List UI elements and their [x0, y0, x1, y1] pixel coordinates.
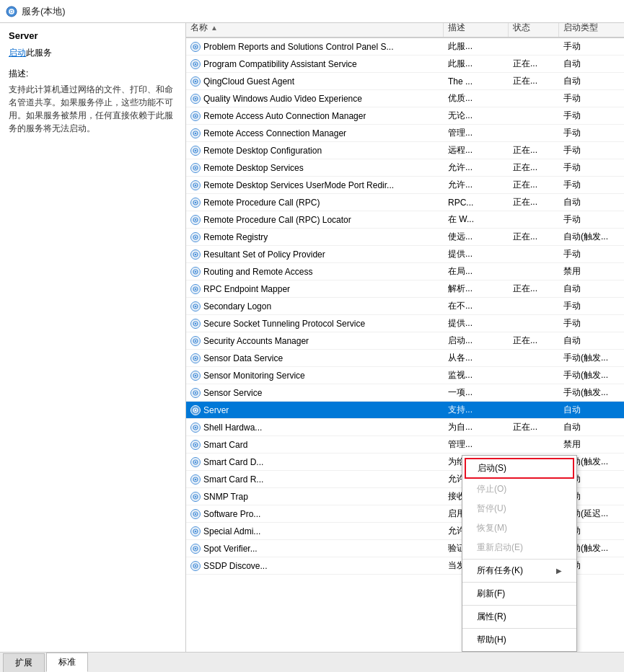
context-menu-item[interactable]: 属性(R): [462, 607, 576, 627]
table-row[interactable]: Remote Procedure Call (RPC) Locator在 W..…: [186, 211, 624, 229]
table-row[interactable]: Smart Card管理...禁用: [186, 436, 624, 454]
service-name-label: Remote Registry: [203, 232, 268, 242]
service-status-cell: [509, 305, 559, 308]
service-name-label: Smart Card D...: [203, 457, 263, 467]
table-row[interactable]: Sensor Data Service从各...手动(触发...: [186, 350, 624, 367]
col-header-startup[interactable]: 启动类型: [559, 23, 624, 37]
service-name-cell: RPC Endpoint Mapper: [186, 283, 444, 296]
service-name-cell: SSDP Discove...: [186, 560, 444, 572]
table-row[interactable]: Secure Socket Tunneling Protocol Service…: [186, 315, 624, 332]
service-name-label: Secure Socket Tunneling Protocol Service: [203, 319, 365, 329]
service-desc-cell: 为自...: [444, 420, 509, 435]
service-name-label: Security Accounts Manager: [203, 336, 309, 346]
table-row[interactable]: Remote Access Connection Manager管理...手动: [186, 125, 624, 142]
service-name-cell: Smart Card: [186, 438, 444, 451]
svg-point-5: [195, 63, 197, 65]
svg-point-41: [195, 374, 197, 376]
service-name-cell: Smart Card D...: [186, 456, 444, 469]
table-row[interactable]: Remote Procedure Call (RPC)RPC...正在...自动: [186, 194, 624, 211]
service-name-label: Remote Procedure Call (RPC) Locator: [203, 215, 351, 225]
col-header-desc[interactable]: 描述: [444, 23, 509, 37]
service-desc-cell: 在 W...: [444, 212, 509, 227]
service-desc-cell: 在不...: [444, 299, 509, 314]
service-name-label: Quality Windows Audio Video Experience: [203, 94, 362, 104]
svg-point-29: [195, 270, 197, 273]
svg-point-51: [195, 461, 197, 463]
context-menu-separator: [462, 559, 576, 560]
service-name-label: Remote Procedure Call (RPC): [203, 198, 320, 208]
service-desc-cell: 使远...: [444, 229, 509, 244]
service-name-label: Problem Reports and Solutions Control Pa…: [203, 42, 393, 52]
table-row[interactable]: Quality Windows Audio Video Experience优质…: [186, 90, 624, 107]
service-name-cell: Security Accounts Manager: [186, 335, 444, 348]
context-menu-item[interactable]: 刷新(F): [462, 584, 576, 604]
context-menu-item[interactable]: 启动(S): [465, 458, 574, 479]
link-suffix: 此服务: [26, 48, 52, 58]
svg-point-15: [195, 149, 197, 151]
table-row[interactable]: Resultant Set of Policy Provider提供...手动: [186, 246, 624, 263]
table-row[interactable]: Routing and Remote Access在局...禁用: [186, 263, 624, 280]
tab-扩展[interactable]: 扩展: [3, 653, 45, 672]
service-icon: [190, 509, 201, 519]
col-header-name[interactable]: 名称 ▲: [186, 23, 444, 37]
table-row[interactable]: Sensor Service一项...手动(触发...: [186, 384, 624, 402]
main-area: Server 启动此服务 描述: 支持此计算机通过网络的文件、打印、和命名管道共…: [0, 23, 624, 652]
context-menu-item: 重新启动(E): [462, 538, 576, 557]
table-row[interactable]: Secondary Logon在不...手动: [186, 298, 624, 315]
start-service-link[interactable]: 启动: [9, 48, 26, 58]
service-name-label: Remote Access Connection Manager: [203, 128, 346, 138]
service-name-label: RPC Endpoint Mapper: [203, 284, 290, 294]
service-icon: [190, 267, 201, 277]
svg-point-53: [195, 478, 197, 480]
service-status-cell: [509, 97, 559, 100]
table-row[interactable]: Sensor Monitoring Service监视...手动(触发...: [186, 367, 624, 384]
title-bar: 服务(本地): [0, 0, 624, 23]
table-row[interactable]: Remote Desktop Configuration远程...正在...手动: [186, 142, 624, 159]
service-status-cell: [509, 132, 559, 135]
service-startup-cell: 自动: [559, 420, 624, 435]
table-row[interactable]: Security Accounts Manager启动...正在...自动: [186, 332, 624, 350]
service-status-cell: 正在...: [509, 74, 559, 89]
col-header-status[interactable]: 状态: [509, 23, 559, 37]
service-status-cell: 正在...: [509, 229, 559, 244]
svg-point-47: [195, 426, 197, 428]
table-row[interactable]: Problem Reports and Solutions Control Pa…: [186, 38, 624, 56]
service-startup-cell: 手动(触发...: [559, 350, 624, 366]
service-name-label: Sensor Data Service: [203, 353, 283, 363]
service-name-cell: Spot Verifier...: [186, 542, 444, 555]
service-startup-cell: 手动: [559, 316, 624, 331]
service-name-label: Program Compatibility Assistant Service: [203, 59, 357, 69]
svg-point-17: [195, 167, 197, 169]
service-name-label: Remote Desktop Services: [203, 163, 304, 173]
service-desc-cell: 允许...: [444, 160, 509, 175]
service-icon: [190, 405, 201, 415]
table-row[interactable]: Remote Access Auto Connection Manager无论.…: [186, 107, 624, 125]
service-startup-cell: 手动: [559, 91, 624, 106]
table-row[interactable]: Shell Hardwa...为自...正在...自动: [186, 419, 624, 436]
service-name-cell: Sensor Monitoring Service: [186, 369, 444, 382]
bottom-tabs: 扩展标准: [0, 652, 624, 672]
service-name-cell: Software Pro...: [186, 508, 444, 521]
service-icon: [190, 440, 201, 450]
service-startup-cell: 手动: [559, 247, 624, 262]
tab-标准[interactable]: 标准: [46, 653, 88, 672]
service-name-cell: Sensor Data Service: [186, 352, 444, 365]
table-row[interactable]: Server支持...自动: [186, 402, 624, 419]
table-row[interactable]: Remote Desktop Services允许...正在...手动: [186, 159, 624, 177]
table-row[interactable]: Program Compatibility Assistant Service此…: [186, 56, 624, 73]
table-row[interactable]: Remote Desktop Services UserMode Port Re…: [186, 177, 624, 194]
service-icon: [190, 163, 201, 173]
table-row[interactable]: QingCloud Guest AgentThe ...正在...自动: [186, 73, 624, 90]
service-status-cell: 正在...: [509, 143, 559, 158]
context-menu-item[interactable]: 所有任务(K)▶: [462, 561, 576, 580]
table-row[interactable]: Remote Registry使远...正在...自动(触发...: [186, 229, 624, 246]
service-desc-cell: 此服...: [444, 56, 509, 71]
service-icon: [190, 561, 201, 571]
service-desc-cell: 允许...: [444, 177, 509, 193]
service-icon: [190, 76, 201, 87]
service-startup-cell: 手动: [559, 299, 624, 314]
context-menu-item[interactable]: 帮助(H): [462, 630, 576, 650]
server-title: Server: [9, 30, 177, 41]
service-icon: [190, 284, 201, 294]
table-row[interactable]: RPC Endpoint Mapper解析...正在...自动: [186, 280, 624, 298]
